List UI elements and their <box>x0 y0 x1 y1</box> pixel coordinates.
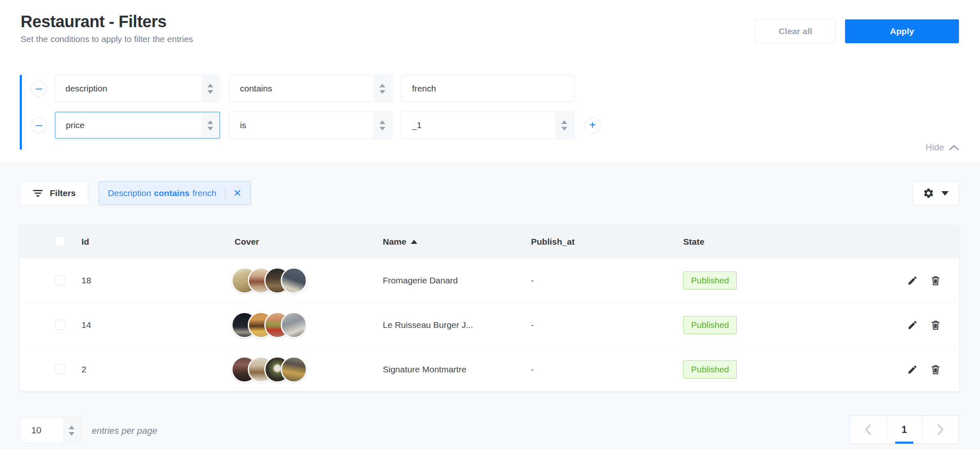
filter-field-select[interactable]: price <box>55 112 220 139</box>
cell-name: Fromagerie Danard <box>383 276 531 285</box>
column-header-id[interactable]: Id <box>81 237 235 247</box>
chip-value: french <box>192 188 216 198</box>
filter-operator-value: is <box>240 120 246 130</box>
cell-id: 18 <box>81 276 235 285</box>
page-number-button[interactable]: 1 <box>886 416 922 444</box>
delete-button[interactable] <box>930 320 941 330</box>
add-filter-button[interactable]: + <box>584 117 601 133</box>
select-stepper-icon <box>201 112 219 138</box>
filter-field-value: description <box>65 84 107 94</box>
status-badge: Published <box>683 271 737 290</box>
clear-all-button[interactable]: Clear all <box>755 19 836 43</box>
filters-button-label: Filters <box>50 188 76 198</box>
filter-value-input[interactable]: french <box>401 75 574 102</box>
filter-operator-select[interactable]: is <box>229 112 392 139</box>
select-all-checkbox[interactable] <box>55 236 65 247</box>
cell-name: Le Ruisseau Burger J... <box>383 320 531 330</box>
select-stepper-icon <box>201 76 219 101</box>
table-header-row: Id Cover Name Publish_at State <box>20 225 959 258</box>
filter-field-value: price <box>66 120 85 130</box>
chip-field: Description <box>108 188 151 198</box>
next-page-button[interactable] <box>937 424 944 435</box>
header-actions: Clear all Apply <box>755 19 959 43</box>
sort-asc-icon <box>411 240 417 244</box>
select-stepper-icon <box>373 112 391 138</box>
status-badge: Published <box>683 316 737 334</box>
settings-dropdown-button[interactable] <box>912 181 959 205</box>
trash-icon <box>930 320 941 330</box>
cell-publish-at: - <box>531 320 683 330</box>
entries-per-page-select[interactable]: 10 <box>20 417 81 444</box>
row-checkbox[interactable] <box>55 275 65 285</box>
minus-icon: – <box>36 82 42 94</box>
pagination: 1 <box>850 415 959 444</box>
pencil-icon <box>907 320 918 330</box>
select-stepper-icon <box>373 76 391 101</box>
apply-button[interactable]: Apply <box>845 19 959 43</box>
page-subtitle: Set the conditions to apply to filter th… <box>21 34 193 44</box>
hide-label: Hide <box>926 142 944 153</box>
edit-button[interactable] <box>907 320 918 330</box>
cover-images <box>231 267 383 294</box>
filter-value-text: _1 <box>412 120 421 130</box>
column-header-publish-at[interactable]: Publish_at <box>531 237 683 247</box>
filter-operator-select[interactable]: contains <box>229 75 392 102</box>
table-row[interactable]: 18 Fromagerie Danard - Published <box>20 258 959 302</box>
cover-image <box>281 356 307 383</box>
filter-value-text: french <box>412 84 436 94</box>
filter-builder: – description contains french – price is… <box>20 75 601 139</box>
cover-image <box>281 267 307 294</box>
delete-button[interactable] <box>930 364 941 375</box>
cell-publish-at: - <box>531 276 683 285</box>
filter-accent-bar <box>20 75 22 150</box>
hide-filters-link[interactable]: Hide <box>926 142 959 153</box>
row-checkbox[interactable] <box>55 320 65 330</box>
column-header-name[interactable]: Name <box>383 237 531 247</box>
trash-icon <box>930 364 941 375</box>
edit-button[interactable] <box>907 364 918 375</box>
filter-operator-value: contains <box>240 84 272 94</box>
entries-per-page-value: 10 <box>31 425 41 436</box>
filter-row-2: – price is _1 + <box>31 112 601 139</box>
gear-icon <box>923 187 934 199</box>
cell-id: 14 <box>81 320 235 330</box>
delete-button[interactable] <box>930 275 941 286</box>
row-checkbox[interactable] <box>55 364 65 374</box>
page-header: Restaurant - Filters Set the conditions … <box>21 12 193 44</box>
remove-filter-button[interactable]: – <box>31 81 47 97</box>
table-row[interactable]: 2 Signature Montmartre - Published <box>20 347 959 391</box>
filter-value-input[interactable]: _1 <box>401 112 574 139</box>
previous-page-button[interactable] <box>864 424 872 435</box>
plus-icon: + <box>589 119 596 131</box>
chevron-left-icon <box>864 424 872 435</box>
entries-per-page-label: entries per page <box>92 426 157 436</box>
filter-icon <box>33 189 43 197</box>
remove-filter-button[interactable]: – <box>31 117 47 133</box>
chevron-up-icon <box>949 145 959 151</box>
cover-images <box>231 356 383 383</box>
chip-divider <box>225 187 225 199</box>
trash-icon <box>930 275 941 286</box>
table-row[interactable]: 14 Le Ruisseau Burger J... - Published <box>20 302 959 347</box>
status-badge: Published <box>683 360 737 379</box>
cover-image <box>281 312 307 338</box>
cover-images <box>231 312 383 338</box>
filter-field-select[interactable]: description <box>55 75 220 102</box>
cell-name: Signature Montmartre <box>383 365 531 374</box>
filter-row-1: – description contains french <box>31 75 601 102</box>
pencil-icon <box>907 275 918 286</box>
select-stepper-icon <box>63 418 81 443</box>
chip-close-icon[interactable]: ✕ <box>233 188 242 198</box>
active-filter-chip: Description contains french ✕ <box>98 181 251 205</box>
entries-table: Id Cover Name Publish_at State 18 Fromag… <box>20 225 959 391</box>
list-toolbar: Filters Description contains french ✕ <box>20 181 959 205</box>
filters-button[interactable]: Filters <box>20 181 88 205</box>
minus-icon: – <box>36 119 42 131</box>
caret-down-icon <box>941 191 949 196</box>
column-header-state[interactable]: State <box>683 237 897 247</box>
cell-publish-at: - <box>531 365 683 374</box>
cell-id: 2 <box>81 365 235 374</box>
column-header-cover[interactable]: Cover <box>235 237 383 247</box>
edit-button[interactable] <box>907 275 918 286</box>
chevron-right-icon <box>937 424 944 435</box>
